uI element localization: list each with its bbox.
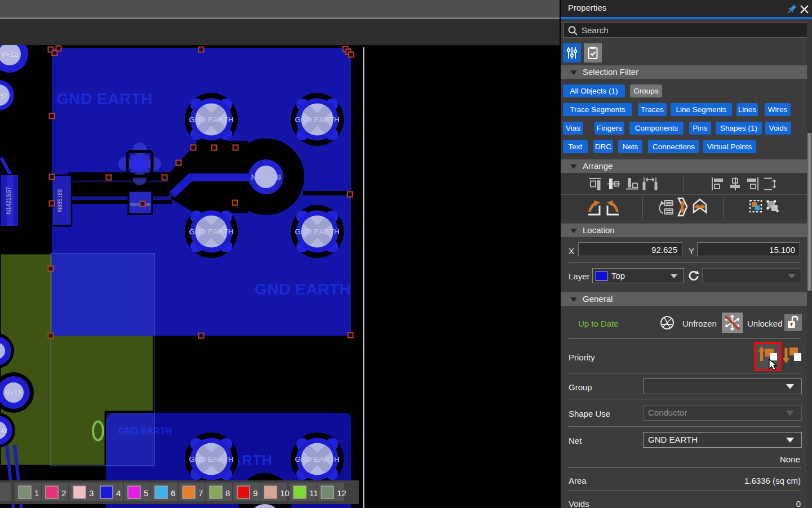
svg-text:57: 57 <box>1 92 7 99</box>
svg-text:V+12: V+12 <box>1 50 19 59</box>
svg-text:9: 9 <box>253 488 258 498</box>
svg-text:10: 10 <box>280 488 290 498</box>
svg-text:N885188: N885188 <box>57 189 63 212</box>
svg-text:GND EARTH: GND EARTH <box>295 115 339 124</box>
svg-text:GND EARTH: GND EARTH <box>189 228 233 236</box>
svg-text:8: 8 <box>225 488 230 498</box>
svg-text:GND EARTH: GND EARTH <box>295 228 339 236</box>
svg-text:3: 3 <box>89 488 94 498</box>
svg-text:11: 11 <box>309 488 318 498</box>
svg-text:12: 12 <box>337 488 347 498</box>
svg-text:5: 5 <box>144 488 148 498</box>
svg-text:1: 1 <box>34 488 39 498</box>
svg-text:V+12: V+12 <box>6 389 22 397</box>
svg-text:GND EARTH: GND EARTH <box>295 455 339 464</box>
svg-text:GND EARTH: GND EARTH <box>56 90 153 108</box>
svg-text:42: 42 <box>1 427 7 434</box>
svg-text:GND EARTH: GND EARTH <box>189 455 233 464</box>
svg-text:7: 7 <box>198 488 203 498</box>
svg-text:2: 2 <box>61 488 66 498</box>
svg-text:4: 4 <box>116 488 121 498</box>
svg-text:6: 6 <box>171 488 175 498</box>
svg-text:GND EARTH: GND EARTH <box>189 115 233 124</box>
svg-text:N885188: N885188 <box>251 173 281 181</box>
svg-text:GND EARTH: GND EARTH <box>255 280 351 298</box>
svg-text:N1421SS7: N1421SS7 <box>6 186 12 214</box>
